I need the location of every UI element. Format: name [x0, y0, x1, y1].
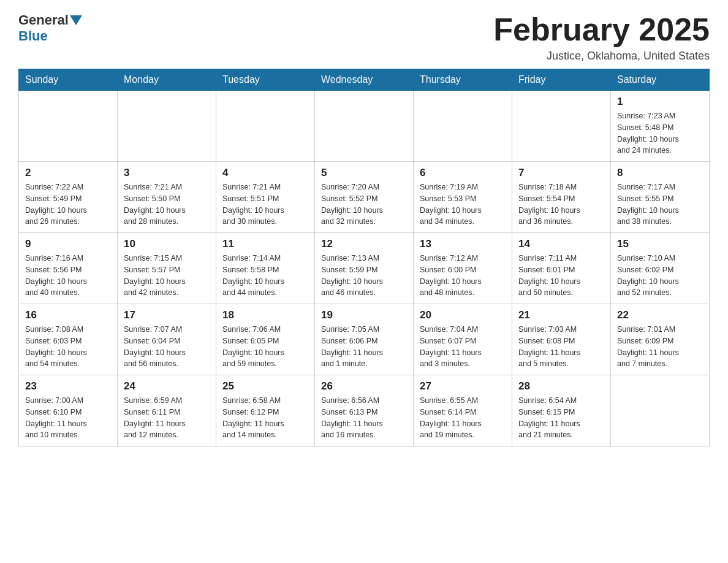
- calendar-cell: 1Sunrise: 7:23 AM Sunset: 5:48 PM Daylig…: [611, 91, 710, 162]
- calendar-cell: [19, 91, 118, 162]
- calendar-cell: 12Sunrise: 7:13 AM Sunset: 5:59 PM Dayli…: [315, 233, 414, 304]
- day-number: 2: [25, 167, 111, 179]
- day-number: 28: [518, 380, 604, 393]
- calendar-cell: [414, 91, 512, 162]
- weekday-header-sunday: Sunday: [19, 69, 118, 91]
- calendar-cell: 26Sunrise: 6:56 AM Sunset: 6:13 PM Dayli…: [315, 375, 414, 446]
- calendar-table: SundayMondayTuesdayWednesdayThursdayFrid…: [18, 69, 710, 446]
- logo-general-text: General: [18, 12, 69, 28]
- day-info: Sunrise: 7:10 AM Sunset: 6:02 PM Dayligh…: [617, 253, 703, 299]
- calendar-week-3: 9Sunrise: 7:16 AM Sunset: 5:56 PM Daylig…: [19, 233, 710, 304]
- calendar-cell: [315, 91, 414, 162]
- calendar-cell: [216, 91, 315, 162]
- calendar-week-4: 16Sunrise: 7:08 AM Sunset: 6:03 PM Dayli…: [19, 304, 710, 375]
- calendar-cell: 27Sunrise: 6:55 AM Sunset: 6:14 PM Dayli…: [414, 375, 512, 446]
- calendar-cell: [512, 91, 611, 162]
- weekday-header-monday: Monday: [118, 69, 216, 91]
- day-number: 14: [518, 238, 604, 250]
- calendar-cell: 24Sunrise: 6:59 AM Sunset: 6:11 PM Dayli…: [118, 375, 216, 446]
- day-info: Sunrise: 7:17 AM Sunset: 5:55 PM Dayligh…: [617, 182, 703, 228]
- day-info: Sunrise: 6:59 AM Sunset: 6:11 PM Dayligh…: [124, 395, 210, 441]
- day-info: Sunrise: 7:19 AM Sunset: 5:53 PM Dayligh…: [420, 182, 506, 228]
- day-info: Sunrise: 7:05 AM Sunset: 6:06 PM Dayligh…: [321, 324, 407, 370]
- day-info: Sunrise: 7:23 AM Sunset: 5:48 PM Dayligh…: [617, 110, 703, 156]
- calendar-cell: 4Sunrise: 7:21 AM Sunset: 5:51 PM Daylig…: [216, 162, 315, 233]
- day-number: 22: [617, 309, 703, 321]
- day-number: 15: [617, 238, 703, 250]
- day-info: Sunrise: 7:03 AM Sunset: 6:08 PM Dayligh…: [518, 324, 604, 370]
- calendar-cell: 22Sunrise: 7:01 AM Sunset: 6:09 PM Dayli…: [611, 304, 710, 375]
- weekday-header-wednesday: Wednesday: [315, 69, 414, 91]
- calendar-cell: 16Sunrise: 7:08 AM Sunset: 6:03 PM Dayli…: [19, 304, 118, 375]
- day-info: Sunrise: 7:16 AM Sunset: 5:56 PM Dayligh…: [25, 253, 111, 299]
- logo-blue-text: Blue: [18, 28, 48, 44]
- day-number: 27: [420, 380, 506, 393]
- calendar-cell: 28Sunrise: 6:54 AM Sunset: 6:15 PM Dayli…: [512, 375, 611, 446]
- day-number: 17: [124, 309, 210, 321]
- weekday-header-friday: Friday: [512, 69, 611, 91]
- day-number: 18: [222, 309, 308, 321]
- weekday-header-thursday: Thursday: [414, 69, 512, 91]
- day-info: Sunrise: 7:12 AM Sunset: 6:00 PM Dayligh…: [420, 253, 506, 299]
- day-info: Sunrise: 6:54 AM Sunset: 6:15 PM Dayligh…: [518, 395, 604, 441]
- day-number: 13: [420, 238, 506, 250]
- calendar-cell: 9Sunrise: 7:16 AM Sunset: 5:56 PM Daylig…: [19, 233, 118, 304]
- day-info: Sunrise: 7:01 AM Sunset: 6:09 PM Dayligh…: [617, 324, 703, 370]
- day-info: Sunrise: 7:04 AM Sunset: 6:07 PM Dayligh…: [420, 324, 506, 370]
- calendar-cell: 6Sunrise: 7:19 AM Sunset: 5:53 PM Daylig…: [414, 162, 512, 233]
- day-info: Sunrise: 7:22 AM Sunset: 5:49 PM Dayligh…: [25, 182, 111, 228]
- calendar-cell: 20Sunrise: 7:04 AM Sunset: 6:07 PM Dayli…: [414, 304, 512, 375]
- day-number: 19: [321, 309, 407, 321]
- calendar-cell: 21Sunrise: 7:03 AM Sunset: 6:08 PM Dayli…: [512, 304, 611, 375]
- calendar-cell: 5Sunrise: 7:20 AM Sunset: 5:52 PM Daylig…: [315, 162, 414, 233]
- calendar-cell: 13Sunrise: 7:12 AM Sunset: 6:00 PM Dayli…: [414, 233, 512, 304]
- day-number: 23: [25, 380, 111, 393]
- calendar-cell: 25Sunrise: 6:58 AM Sunset: 6:12 PM Dayli…: [216, 375, 315, 446]
- day-number: 12: [321, 238, 407, 250]
- calendar-cell: 19Sunrise: 7:05 AM Sunset: 6:06 PM Dayli…: [315, 304, 414, 375]
- calendar-cell: [611, 375, 710, 446]
- calendar-cell: 14Sunrise: 7:11 AM Sunset: 6:01 PM Dayli…: [512, 233, 611, 304]
- day-number: 6: [420, 167, 506, 179]
- weekday-header-row: SundayMondayTuesdayWednesdayThursdayFrid…: [19, 69, 710, 91]
- calendar-cell: 23Sunrise: 7:00 AM Sunset: 6:10 PM Dayli…: [19, 375, 118, 446]
- day-number: 7: [518, 167, 604, 179]
- day-info: Sunrise: 7:08 AM Sunset: 6:03 PM Dayligh…: [25, 324, 111, 370]
- page-header: General Blue February 2025 Justice, Okla…: [18, 12, 710, 63]
- calendar-cell: 8Sunrise: 7:17 AM Sunset: 5:55 PM Daylig…: [611, 162, 710, 233]
- logo: General Blue: [18, 12, 83, 44]
- day-info: Sunrise: 7:20 AM Sunset: 5:52 PM Dayligh…: [321, 182, 407, 228]
- day-number: 21: [518, 309, 604, 321]
- day-info: Sunrise: 7:18 AM Sunset: 5:54 PM Dayligh…: [518, 182, 604, 228]
- day-info: Sunrise: 6:55 AM Sunset: 6:14 PM Dayligh…: [420, 395, 506, 441]
- calendar-cell: 15Sunrise: 7:10 AM Sunset: 6:02 PM Dayli…: [611, 233, 710, 304]
- day-number: 1: [617, 96, 703, 108]
- day-number: 8: [617, 167, 703, 179]
- day-number: 25: [222, 380, 308, 393]
- day-info: Sunrise: 7:21 AM Sunset: 5:51 PM Dayligh…: [222, 182, 308, 228]
- calendar-cell: 2Sunrise: 7:22 AM Sunset: 5:49 PM Daylig…: [19, 162, 118, 233]
- day-number: 16: [25, 309, 111, 321]
- day-info: Sunrise: 7:21 AM Sunset: 5:50 PM Dayligh…: [124, 182, 210, 228]
- calendar-week-1: 1Sunrise: 7:23 AM Sunset: 5:48 PM Daylig…: [19, 91, 710, 162]
- weekday-header-tuesday: Tuesday: [216, 69, 315, 91]
- day-info: Sunrise: 7:06 AM Sunset: 6:05 PM Dayligh…: [222, 324, 308, 370]
- day-info: Sunrise: 6:56 AM Sunset: 6:13 PM Dayligh…: [321, 395, 407, 441]
- day-number: 3: [124, 167, 210, 179]
- day-number: 4: [222, 167, 308, 179]
- calendar-week-5: 23Sunrise: 7:00 AM Sunset: 6:10 PM Dayli…: [19, 375, 710, 446]
- calendar-cell: 10Sunrise: 7:15 AM Sunset: 5:57 PM Dayli…: [118, 233, 216, 304]
- day-info: Sunrise: 7:00 AM Sunset: 6:10 PM Dayligh…: [25, 395, 111, 441]
- day-info: Sunrise: 7:13 AM Sunset: 5:59 PM Dayligh…: [321, 253, 407, 299]
- weekday-header-saturday: Saturday: [611, 69, 710, 91]
- title-section: February 2025 Justice, Oklahoma, United …: [493, 12, 710, 63]
- calendar-cell: [118, 91, 216, 162]
- day-number: 26: [321, 380, 407, 393]
- calendar-cell: 18Sunrise: 7:06 AM Sunset: 6:05 PM Dayli…: [216, 304, 315, 375]
- logo-triangle-icon: [70, 15, 82, 25]
- day-info: Sunrise: 6:58 AM Sunset: 6:12 PM Dayligh…: [222, 395, 308, 441]
- day-info: Sunrise: 7:15 AM Sunset: 5:57 PM Dayligh…: [124, 253, 210, 299]
- month-title: February 2025: [493, 12, 710, 47]
- day-number: 20: [420, 309, 506, 321]
- calendar-cell: 3Sunrise: 7:21 AM Sunset: 5:50 PM Daylig…: [118, 162, 216, 233]
